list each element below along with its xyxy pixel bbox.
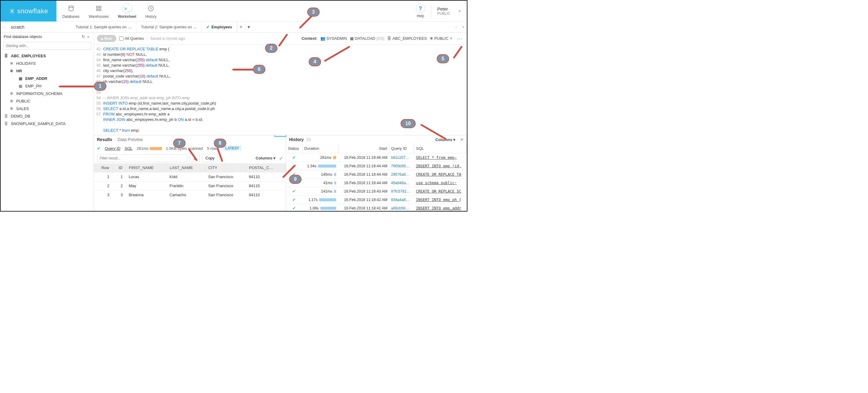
find-label: Find database objects xyxy=(4,34,42,39)
copy-button[interactable]: Copy xyxy=(202,154,218,162)
callout-1: 1 xyxy=(94,82,106,91)
history-title: History xyxy=(289,137,304,142)
table-row[interactable]: 22MayFranklinSan Francisco94115 xyxy=(94,181,286,190)
callout-10: 10 xyxy=(401,119,415,128)
callout-4: 4 xyxy=(309,57,321,66)
nav-databases[interactable]: Databases xyxy=(62,3,80,19)
object-search-input[interactable] xyxy=(3,42,91,50)
nav-history[interactable]: History xyxy=(145,3,156,19)
callout-3: 3 xyxy=(307,7,319,17)
svg-rect-2 xyxy=(99,6,101,8)
results-pane: Results Data Preview ✔ Query ID SQL 261m… xyxy=(94,135,467,211)
resize-handle[interactable] xyxy=(274,135,286,137)
database-icon: 🗄 xyxy=(387,36,391,41)
history-row[interactable]: ✔41ms16.Feb.2018 11:18:44 AM45a046a…use … xyxy=(286,179,467,187)
callout-8: 8 xyxy=(214,139,226,148)
worksheet-title[interactable]: scratch xyxy=(8,25,71,30)
schema-icon: ❄ xyxy=(430,36,433,41)
ctx-role[interactable]: 👥SYSADMIN xyxy=(320,36,347,41)
history-icon xyxy=(146,3,156,13)
history-count: 18 xyxy=(306,137,311,142)
nav-warehouses[interactable]: Warehouses xyxy=(89,3,109,19)
history-row[interactable]: ✔261ms16.Feb.2018 11:18:46 AMb81c207…SEL… xyxy=(286,153,467,162)
ctx-schema[interactable]: ❄PUBLIC ▼ xyxy=(430,36,453,41)
callout-2: 2 xyxy=(265,44,277,53)
latest-badge: LATEST xyxy=(223,146,242,151)
refresh-icon[interactable]: ↻ xyxy=(81,34,86,39)
tab-add[interactable]: ＋ xyxy=(237,22,245,33)
object-browser: Find database objects ↻ « 🗄ABC_EMPLOYEES… xyxy=(1,33,94,211)
help-button[interactable]: ? Help xyxy=(416,4,425,18)
ctx-warehouse[interactable]: ▦DATALOAD(XS) xyxy=(350,36,384,41)
tree-db[interactable]: 🗄SNOWFLAKE_SAMPLE_DATA xyxy=(1,120,94,127)
worksheet-icon: >_ xyxy=(122,3,132,13)
run-button[interactable]: Run xyxy=(97,35,116,42)
warehouse-icon xyxy=(94,3,104,13)
snowflake-logo: snowflake xyxy=(1,1,56,21)
history-row[interactable]: ✔1.17s16.Feb.2018 11:18:42 AM834a4a8…INS… xyxy=(286,195,467,204)
scanned-text: 1.5KB bytes scanned xyxy=(166,146,203,151)
all-queries-check[interactable]: All Queries xyxy=(119,36,144,41)
columns-dropdown[interactable]: Columns ▾ xyxy=(256,156,276,160)
history-row[interactable]: ✔141ms16.Feb.2018 11:18:43 AM97fc5781…CR… xyxy=(286,187,467,195)
filter-input[interactable] xyxy=(97,154,187,162)
tree-table[interactable]: ▦EMP_ADDR xyxy=(1,75,94,82)
database-icon xyxy=(66,3,76,13)
callout-9: 9 xyxy=(289,175,302,184)
svg-rect-1 xyxy=(96,6,98,8)
tab-preview[interactable]: Data Preview xyxy=(118,137,143,142)
check-icon: ✔ xyxy=(97,146,101,151)
ctx-database[interactable]: 🗄ABC_EMPLOYEES xyxy=(387,36,427,41)
worksheet-tabbar: ‹ scratch Tutorial 1: Sample queries on … xyxy=(1,22,467,33)
sql-link[interactable]: SQL xyxy=(125,146,132,151)
chevron-down-icon[interactable]: ▼ xyxy=(458,9,461,13)
tree-schema[interactable]: ❄PUBLIC xyxy=(1,97,94,105)
more-menu[interactable]: ⋯ xyxy=(456,35,464,42)
save-status: Saved a minute ago xyxy=(147,36,185,41)
worksheet-tab[interactable]: Tutorial 1: Sample queries on … xyxy=(71,22,136,32)
role-icon: 👥 xyxy=(320,36,325,41)
tree-schema[interactable]: ❄HOLIDAYS xyxy=(1,60,94,67)
tree-schema[interactable]: ❄SALES xyxy=(1,105,94,113)
tab-overflow[interactable]: ▾ xyxy=(460,25,467,29)
tree-db[interactable]: 🗄ABC_EMPLOYEES xyxy=(1,52,94,60)
callout-5: 5 xyxy=(437,54,449,63)
chevron-down-icon: ▼ xyxy=(450,37,453,40)
history-row[interactable]: ✔145ms16.Feb.2018 11:18:44 AM29576a6…CRE… xyxy=(286,170,467,179)
history-table: Status Duration Start Query ID SQL ✔261m… xyxy=(286,144,467,211)
svg-point-0 xyxy=(69,6,73,8)
results-table: RowIDFIRST_NAMELAST_NAMECITYPOSTAL_C… 11… xyxy=(94,163,286,199)
collapse-icon[interactable]: « xyxy=(86,34,91,39)
close-history-icon[interactable]: ✕ xyxy=(460,137,464,142)
worksheet-tab[interactable]: ✔Employees xyxy=(202,22,237,32)
nav-worksheet[interactable]: >_ Worksheet xyxy=(118,3,136,19)
history-row[interactable]: ✔1.08s16.Feb.2018 11:18:41 AMa69cb50…INS… xyxy=(286,204,467,211)
worksheet-tab[interactable]: Tutorial 2: Sample queries on … xyxy=(136,22,202,32)
tree-schema[interactable]: ❄HR xyxy=(1,67,94,75)
tree-schema[interactable]: ❄INFORMATION_SCHEMA xyxy=(1,90,94,97)
warehouse-icon: ▦ xyxy=(350,36,353,41)
tab-results[interactable]: Results xyxy=(97,137,112,142)
tab-menu[interactable]: ▾ xyxy=(245,22,253,33)
table-row[interactable]: 11LucasKiddSan Francisco94110 xyxy=(94,172,286,181)
callout-6: 6 xyxy=(253,65,265,74)
divider xyxy=(431,5,431,17)
table-row[interactable]: 33BreannaCamachoSan Francisco94110 xyxy=(94,190,286,200)
user-menu[interactable]: Peter PUBLIC xyxy=(437,6,450,16)
tab-next[interactable]: › xyxy=(453,25,460,29)
tree-db[interactable]: 🗄DEMO_DB xyxy=(1,113,94,120)
snowflake-icon xyxy=(9,8,16,14)
tab-prev[interactable]: ‹ xyxy=(1,25,8,29)
expand-icon[interactable]: ⤢ xyxy=(279,156,283,161)
callout-7: 7 xyxy=(173,139,186,148)
topbar: snowflake Databases Warehouses >_ Worksh… xyxy=(1,1,467,22)
history-row[interactable]: ✔1.34s16.Feb.2018 11:18:44 AM7900b58…INS… xyxy=(286,162,467,170)
duration-text: 261ms xyxy=(137,146,162,151)
svg-rect-4 xyxy=(99,9,101,11)
svg-rect-3 xyxy=(96,9,98,11)
query-id-link[interactable]: Query ID xyxy=(105,146,121,151)
help-icon: ? xyxy=(416,4,425,13)
